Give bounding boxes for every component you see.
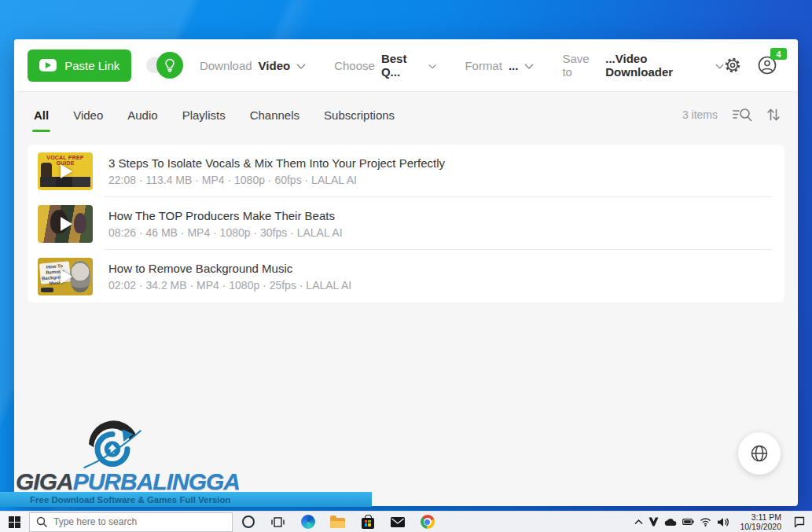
tab-playlists[interactable]: Playlists	[182, 104, 226, 127]
video-thumbnail	[38, 205, 93, 243]
format-dropdown[interactable]: Format ...	[465, 59, 534, 72]
save-to-dropdown[interactable]: Save to ...Video Downloader	[562, 52, 724, 79]
settings-button[interactable]	[724, 57, 741, 74]
tab-subscriptions[interactable]: Subscriptions	[324, 104, 395, 127]
cortana-icon	[242, 515, 255, 528]
chevron-down-icon	[428, 64, 436, 69]
paste-link-label: Paste Link	[64, 59, 119, 72]
play-overlay-icon	[61, 270, 72, 284]
action-center-button[interactable]	[793, 515, 806, 528]
lightbulb-icon	[156, 52, 183, 79]
video-title: How The TOP Producers Make Their Beats	[108, 209, 343, 222]
thumbnail-figure	[74, 213, 86, 233]
edge-icon	[301, 515, 315, 529]
app-window: Paste Link Download Video Choose Best Q	[14, 39, 798, 506]
paste-link-button[interactable]: Paste Link	[28, 50, 131, 82]
gear-icon	[724, 57, 741, 74]
tab-label: Subscriptions	[324, 108, 395, 122]
tab-channels[interactable]: Channels	[250, 104, 299, 127]
mail-icon	[391, 517, 405, 527]
toolbar: Paste Link Download Video Choose Best Q	[14, 39, 798, 92]
clock-time: 3:11 PM	[740, 512, 781, 522]
save-to-value: ...Video Downloader	[605, 52, 709, 79]
start-button[interactable]	[0, 512, 28, 532]
taskbar-search[interactable]	[29, 512, 233, 532]
tray-v-app-button[interactable]	[648, 517, 659, 526]
cloud-icon	[664, 518, 677, 526]
sort-button[interactable]	[766, 107, 781, 123]
item-info: How to Remove Background Music 02:02 · 3…	[108, 262, 351, 292]
item-info: How The TOP Producers Make Their Beats 0…	[108, 209, 343, 239]
download-value: Video	[259, 59, 291, 72]
account-button[interactable]: 4	[757, 55, 777, 75]
volume-button[interactable]	[717, 517, 729, 527]
taskbar: 3:11 PM 10/19/2020	[0, 511, 812, 532]
search-list-button[interactable]	[732, 107, 752, 123]
chevron-down-icon	[296, 64, 306, 69]
mail-button[interactable]	[390, 515, 405, 530]
battery-button[interactable]	[682, 517, 694, 526]
clock-date: 10/19/2020	[740, 522, 781, 531]
download-type-dropdown[interactable]: Download Video	[200, 59, 306, 72]
tab-audio[interactable]: Audio	[127, 104, 157, 127]
file-explorer-icon	[330, 518, 345, 528]
filter-bar: All Video Audio Playlists Channels Subsc…	[14, 92, 798, 138]
store-button[interactable]	[360, 515, 375, 530]
chrome-button[interactable]	[420, 515, 435, 530]
format-label: Format	[465, 59, 502, 72]
task-view-icon	[271, 515, 285, 529]
thumbnail-badge	[41, 288, 53, 292]
video-thumbnail: How To Remove Background Music	[38, 258, 93, 295]
action-center-icon	[793, 515, 806, 528]
video-meta: 22:08 · 113.4 MB · MP4 · 1080p · 60fps ·…	[108, 174, 445, 186]
desktop-wallpaper: Paste Link Download Video Choose Best Q	[0, 0, 812, 532]
language-globe-button[interactable]	[738, 432, 781, 475]
quality-dropdown[interactable]: Choose Best Q...	[334, 52, 436, 79]
chevron-down-icon	[715, 64, 724, 69]
edge-button[interactable]	[300, 515, 315, 530]
notification-badge: 4	[770, 48, 787, 60]
list-item[interactable]: How To Remove Background Music How to Re…	[28, 250, 784, 303]
onedrive-button[interactable]	[664, 518, 677, 526]
store-icon	[362, 518, 374, 529]
items-count: 3 items	[682, 108, 718, 121]
download-list: VOCAL PREP GUIDE 3 Steps To Isolate Voca…	[28, 145, 784, 303]
choose-value: Best Q...	[381, 52, 422, 79]
taskbar-clock[interactable]: 3:11 PM 10/19/2020	[740, 512, 781, 531]
search-icon	[36, 516, 48, 528]
tray-v-icon	[648, 517, 659, 526]
play-overlay-icon	[61, 217, 72, 231]
tab-label: All	[34, 108, 49, 122]
tray-chevron-icon	[634, 519, 643, 525]
play-icon	[39, 59, 57, 72]
tray-expand-button[interactable]	[634, 519, 643, 525]
tab-video[interactable]: Video	[73, 104, 103, 127]
chrome-icon	[421, 515, 435, 529]
item-info: 3 Steps To Isolate Vocals & Mix Them Int…	[108, 156, 445, 186]
wifi-icon	[700, 517, 711, 526]
video-meta: 02:02 · 34.2 MB · MP4 · 1080p · 25fps · …	[108, 279, 351, 292]
video-thumbnail: VOCAL PREP GUIDE	[38, 152, 93, 190]
cortana-button[interactable]	[241, 515, 255, 530]
task-view-button[interactable]	[270, 515, 285, 530]
battery-icon	[682, 517, 694, 526]
sort-icon	[766, 107, 781, 123]
play-overlay-icon	[61, 164, 72, 178]
tab-label: Audio	[127, 108, 157, 122]
thumbnail-figure	[70, 261, 90, 292]
active-tab-underline	[32, 130, 50, 132]
globe-icon	[750, 444, 769, 463]
list-item[interactable]: VOCAL PREP GUIDE 3 Steps To Isolate Voca…	[28, 145, 784, 197]
video-title: 3 Steps To Isolate Vocals & Mix Them Int…	[108, 156, 445, 170]
smart-mode-toggle[interactable]	[146, 52, 181, 79]
search-input[interactable]	[29, 512, 233, 532]
save-to-label: Save to	[562, 52, 599, 79]
tab-label: Video	[73, 108, 103, 122]
tab-all[interactable]: All	[34, 104, 49, 127]
download-label: Download	[200, 59, 252, 72]
network-button[interactable]	[700, 517, 711, 526]
file-explorer-button[interactable]	[330, 515, 345, 530]
list-item[interactable]: How The TOP Producers Make Their Beats 0…	[28, 197, 784, 250]
choose-label: Choose	[334, 59, 375, 72]
video-title: How to Remove Background Music	[108, 262, 351, 275]
